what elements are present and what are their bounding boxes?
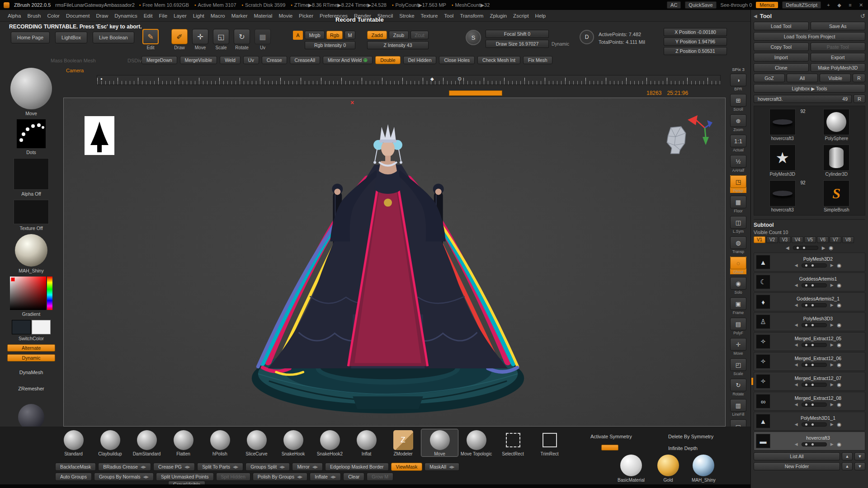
menu-item[interactable]: Document (63, 13, 93, 19)
menu-item[interactable]: File (156, 13, 171, 19)
menu-item[interactable]: Stroke (396, 13, 417, 19)
shelf-toggle-icon[interactable]: ½ (730, 155, 746, 168)
subtool-intensity-bar[interactable] (802, 343, 827, 347)
geometry-button[interactable]: MergeVisible (180, 56, 217, 64)
mode-button[interactable]: ◱Scale (212, 29, 230, 50)
shelf-toggle-button[interactable]: ◉Solo (730, 277, 746, 295)
visibility-eye-icon[interactable]: ◉ (837, 322, 842, 328)
action-button[interactable]: Auto Groups◀▶ (55, 473, 92, 481)
infinite-depth-label[interactable]: Infinite Depth (668, 446, 698, 451)
visibility-eye-icon[interactable]: ◉ (837, 441, 842, 447)
move-down-button[interactable]: ▼ (854, 452, 865, 460)
texture-thumbnail[interactable] (14, 200, 49, 224)
shelf-toggle-icon[interactable]: ◑ (730, 74, 746, 86)
tool-thumbnail[interactable] (823, 145, 849, 171)
action-button[interactable]: Groups By Normals◀▶ (94, 473, 154, 481)
z-intensity-slider[interactable]: Z Intensity 43 (367, 41, 429, 49)
shelf-toggle-icon[interactable]: ⊕ (730, 114, 746, 127)
goz-button[interactable]: GoZ (754, 74, 785, 82)
tool-thumbnail[interactable] (769, 109, 796, 135)
brush-thumbnail[interactable]: Z (393, 430, 413, 450)
menu-item[interactable]: Brush (24, 13, 44, 19)
shelf-toggle-button[interactable]: ◌Ghost (730, 257, 746, 274)
spinner-arrows-icon[interactable]: ◀▶ (184, 465, 190, 469)
material-thumbnail[interactable] (657, 455, 679, 476)
brush-item[interactable]: Claybuildup (92, 429, 128, 456)
m-button[interactable]: M (344, 31, 355, 39)
menu-item[interactable]: Movie (275, 13, 296, 19)
action-button[interactable]: BRadius Crease◀▶ (98, 463, 151, 471)
geometry-button[interactable]: Check Mesh Int (477, 56, 520, 64)
brush-item[interactable]: SnakeHook2 (311, 429, 348, 456)
position-slider[interactable]: Z Position 0.50531 (664, 47, 727, 55)
goz-all-button[interactable]: All (787, 74, 818, 82)
brush-thumbnail[interactable] (506, 433, 520, 447)
subtool-intensity-bar[interactable] (802, 363, 827, 367)
delete-by-symmetry-label[interactable]: Delete By Symmetry (668, 434, 713, 439)
shelf-toggle-icon[interactable]: ▤ (730, 318, 746, 330)
brush-item[interactable]: SelectRect (495, 429, 531, 456)
menu-item[interactable]: Color (44, 13, 62, 19)
zremesher-section-label[interactable]: ZRemesher (18, 386, 44, 391)
visibility-eye-icon[interactable]: ◉ (837, 362, 842, 368)
timeline-ruler[interactable] (97, 75, 721, 85)
subtool-intensity-bar[interactable] (802, 383, 827, 387)
geometry-button[interactable]: Weld (220, 56, 241, 64)
menu-item[interactable]: Tool (441, 13, 457, 19)
tool-thumbnail[interactable] (769, 180, 796, 206)
spinner-arrows-icon[interactable]: ◀▶ (143, 475, 149, 479)
menu-item[interactable]: Zplugin (486, 13, 510, 19)
timeline-circle-marker[interactable]: ⊙ (458, 76, 462, 82)
paste-tool-button[interactable]: Paste Tool (811, 42, 866, 51)
subtool-next-icon[interactable]: ▶ (830, 402, 834, 407)
material-item[interactable]: Gold (657, 455, 679, 483)
visibility-eye-icon[interactable]: ◉ (837, 402, 842, 408)
mode-icon[interactable]: ↻ (234, 29, 250, 44)
gradient-swatch-button[interactable]: A (293, 31, 303, 40)
brush-thumbnail[interactable] (210, 430, 230, 450)
shelf-toggle-icon[interactable]: ⊞ (730, 94, 746, 107)
menu-item[interactable]: Transform (457, 13, 486, 19)
shelf-toggle-button[interactable]: ▣Frame (730, 297, 746, 315)
current-material-thumbnail[interactable] (15, 234, 47, 267)
visibility-tab[interactable]: V5 (804, 236, 816, 243)
shelf-toggle-icon[interactable]: ▥ (730, 399, 746, 412)
subtool-thumbnail[interactable]: ♙ (756, 314, 770, 329)
subtool-row[interactable]: ▲PolyMesh3D1_1◀▶◉ (754, 412, 865, 431)
shelf-toggle-button[interactable]: ◰Scale (730, 358, 746, 376)
subtool-row[interactable]: ♦GoddessArtemis2_1◀▶◉ (754, 292, 865, 311)
new-folder-button[interactable]: New Folder (754, 462, 840, 470)
close-icon[interactable]: ✕ (858, 2, 864, 8)
visibility-tab[interactable]: V1 (754, 236, 765, 243)
brush-thumbnail[interactable] (542, 433, 557, 447)
visibility-eye-icon[interactable]: ◉ (837, 282, 842, 288)
subtool-row[interactable]: ✧Merged_Extract12_06◀▶◉ (754, 352, 865, 371)
brush-item[interactable]: Move Topologic (458, 429, 495, 456)
sculpt-model[interactable] (64, 98, 725, 426)
color-picker-field[interactable] (10, 277, 46, 310)
menu-item[interactable]: Texture (418, 13, 441, 19)
mode-button[interactable]: ↻Rotate (233, 29, 251, 50)
prev-subtool-icon[interactable]: ◀ (786, 245, 789, 250)
brush-item[interactable]: ZZModeler (385, 429, 421, 456)
subtool-prev-icon[interactable]: ◀ (795, 442, 798, 446)
visibility-eye-icon[interactable]: ◉ (837, 263, 842, 268)
zcut-button[interactable]: Zcut (410, 31, 429, 39)
action-button[interactable]: BackfaceMask◀▶ (55, 463, 96, 471)
shelf-toggle-icon[interactable]: ◍ (730, 236, 746, 249)
tool-thumbnail[interactable] (823, 109, 849, 135)
shelf-toggle-button[interactable]: ↻Rotate (730, 379, 746, 396)
subtool-row[interactable]: ✧Merged_Extract12_07◀▶◉ (754, 372, 865, 391)
shelf-toggle-button[interactable]: ▤PolyF (730, 318, 746, 335)
add-icon[interactable]: + (825, 2, 832, 8)
subtool-row[interactable]: ☾GoddessArtemis1◀▶◉ (754, 272, 865, 291)
visibility-tab[interactable]: V8 (842, 236, 854, 243)
shelf-toggle-icon[interactable]: ✛ (730, 338, 746, 351)
action-button[interactable]: Grow M◀▶ (367, 473, 393, 481)
shelf-toggle-button[interactable]: ◳Persp (730, 175, 746, 193)
brush-item[interactable]: Standard (55, 429, 92, 456)
alternate-button[interactable]: Alternate (7, 344, 55, 352)
subtool-next-icon[interactable]: ▶ (830, 323, 834, 327)
save-as-button[interactable]: Save As (811, 22, 866, 30)
brush-thumbnail[interactable] (430, 430, 450, 450)
